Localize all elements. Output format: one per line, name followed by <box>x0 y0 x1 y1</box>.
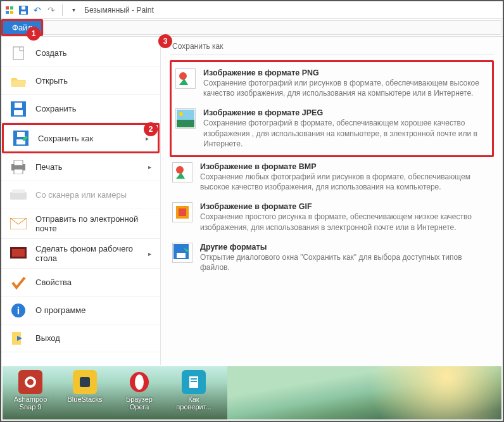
format-bmp[interactable]: Изображение в формате BMP Сохранение люб… <box>170 157 494 197</box>
svg-point-30 <box>176 166 184 174</box>
svg-rect-10 <box>15 103 22 108</box>
menu-open[interactable]: Открыть <box>1 67 160 95</box>
save-icon[interactable] <box>18 4 29 16</box>
save-as-submenu: Сохранить как 3 Изображение в формате PN… <box>161 37 503 365</box>
dropdown-icon[interactable]: ▾ <box>68 4 79 16</box>
desktop-icon-ashampoo[interactable]: Ashampoo Snap 9 <box>9 370 52 411</box>
other-formats-icon <box>172 243 192 263</box>
ribbon: Файл <box>1 19 503 37</box>
menu-print[interactable]: Печать ▸ <box>1 153 160 181</box>
svg-point-37 <box>27 379 34 385</box>
titlebar: ↶ ↷ ▾ Безымянный - Paint <box>1 1 503 19</box>
svg-rect-35 <box>177 253 186 258</box>
email-icon <box>10 215 27 232</box>
svg-rect-43 <box>191 381 197 382</box>
highlighted-formats: Изображение в формате PNG Сохранение фот… <box>170 60 494 157</box>
desktop-icon <box>10 245 27 262</box>
menu-save-as[interactable]: Сохранить как ▸ <box>2 123 160 153</box>
format-gif[interactable]: Изображение в формате GIF Сохранение про… <box>170 197 494 237</box>
save-as-icon <box>13 130 29 146</box>
svg-rect-2 <box>6 11 9 14</box>
format-png[interactable]: Изображение в формате PNG Сохранение фот… <box>173 63 491 103</box>
menu-create[interactable]: Создать <box>1 39 160 67</box>
menu-email[interactable]: Отправить по электронной почте <box>1 209 160 239</box>
menu-properties[interactable]: Свойства <box>1 269 160 297</box>
svg-rect-0 <box>6 6 9 10</box>
ashampoo-icon <box>18 370 42 394</box>
menu-scanner: Со сканера или камеры <box>1 181 160 209</box>
check-icon <box>10 274 27 291</box>
bluestacks-icon <box>73 370 97 394</box>
scanner-icon <box>10 187 27 203</box>
format-jpeg[interactable]: Изображение в формате JPEG Сохранение фо… <box>173 103 491 154</box>
document-icon <box>182 370 206 394</box>
undo-icon[interactable]: ↶ <box>32 4 43 16</box>
opera-icon <box>127 370 151 394</box>
submenu-header: Сохранить как <box>170 42 494 55</box>
svg-rect-27 <box>177 120 194 127</box>
menu-exit[interactable]: Выход <box>1 324 160 352</box>
file-menu-left: Создать Открыть Сохранить Сохранить как … <box>1 37 161 365</box>
folder-open-icon <box>10 73 27 89</box>
callout-2: 2 <box>144 122 158 136</box>
redo-icon[interactable]: ↷ <box>46 4 57 16</box>
svg-point-40 <box>135 374 144 390</box>
svg-rect-38 <box>80 377 90 387</box>
chevron-right-icon: ▸ <box>148 250 151 257</box>
menu-about[interactable]: i О программе <box>1 297 160 324</box>
gif-icon <box>172 202 192 222</box>
quick-access-toolbar: ↶ ↷ ▾ <box>4 4 79 16</box>
file-menu: Создать Открыть Сохранить Сохранить как … <box>1 37 503 365</box>
app-icon <box>4 4 15 16</box>
exit-icon <box>10 330 27 347</box>
menu-save[interactable]: Сохранить <box>1 95 160 123</box>
format-other[interactable]: Другие форматы Открытие диалогового окна… <box>170 238 494 278</box>
bmp-icon <box>172 162 192 182</box>
svg-rect-13 <box>17 132 25 137</box>
window-title: Безымянный - Paint <box>84 6 154 15</box>
svg-point-28 <box>179 112 183 116</box>
svg-rect-1 <box>10 6 13 10</box>
svg-rect-5 <box>21 11 26 14</box>
desktop-taskbar: Ashampoo Snap 9 BlueStacks Браузер Opera… <box>3 366 501 419</box>
printer-icon <box>10 159 27 176</box>
new-icon <box>10 45 27 61</box>
svg-rect-3 <box>10 11 13 14</box>
svg-rect-33 <box>179 208 186 216</box>
callout-1: 1 <box>27 27 41 41</box>
svg-rect-21 <box>12 249 25 257</box>
svg-rect-9 <box>14 110 23 115</box>
chevron-right-icon: ▸ <box>148 163 151 170</box>
desktop-icon-check[interactable]: Как проверит... <box>172 370 215 411</box>
desktop-icon-opera[interactable]: Браузер Opera <box>118 370 161 411</box>
info-icon: i <box>10 302 27 319</box>
desktop-icon-bluestacks[interactable]: BlueStacks <box>63 370 106 403</box>
svg-rect-18 <box>12 189 25 193</box>
svg-rect-15 <box>14 160 23 165</box>
save-icon <box>10 101 27 117</box>
svg-text:i: i <box>17 305 20 316</box>
svg-point-25 <box>179 72 187 80</box>
svg-rect-42 <box>191 378 197 380</box>
callout-3: 3 <box>158 34 172 48</box>
menu-set-desktop[interactable]: Сделать фоном рабочего стола ▸ <box>1 239 160 269</box>
svg-rect-7 <box>13 47 23 60</box>
svg-rect-16 <box>14 169 23 174</box>
jpeg-icon <box>175 108 196 129</box>
ribbon-blank <box>43 20 501 35</box>
png-icon <box>175 68 196 89</box>
svg-rect-6 <box>22 6 25 10</box>
